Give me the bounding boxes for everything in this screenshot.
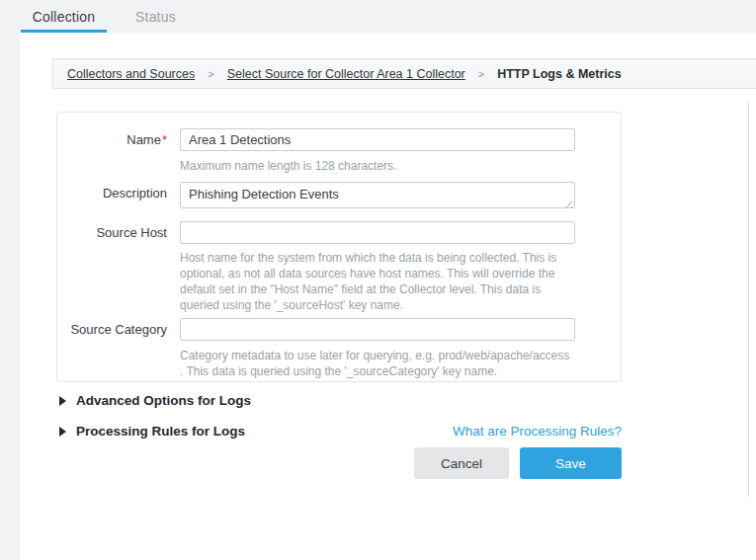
scrollbar-track-line bbox=[748, 102, 749, 497]
description-label: Description bbox=[57, 182, 167, 212]
collapsed-triangle-icon bbox=[59, 427, 66, 437]
breadcrumb-separator: > bbox=[478, 68, 484, 80]
what-are-processing-rules-link[interactable]: What are Processing Rules? bbox=[453, 424, 622, 439]
breadcrumb-select-source[interactable]: Select Source for Collector Area 1 Colle… bbox=[227, 67, 465, 81]
cancel-button[interactable]: Cancel bbox=[414, 447, 509, 479]
breadcrumb: Collectors and Sources > Select Source f… bbox=[52, 58, 756, 89]
source-config-form: Name* Maximum name length is 128 charact… bbox=[56, 112, 622, 382]
tab-collection[interactable]: Collection bbox=[21, 0, 107, 33]
collapsed-triangle-icon bbox=[59, 396, 66, 406]
source-category-input[interactable] bbox=[180, 318, 575, 341]
description-field-row: Description Phishing Detection Events bbox=[57, 182, 621, 212]
source-category-help-text: Category metadata to use later for query… bbox=[180, 348, 575, 379]
tab-status[interactable]: Status bbox=[135, 0, 176, 33]
description-textarea[interactable]: Phishing Detection Events bbox=[180, 182, 575, 208]
active-tab-underline bbox=[21, 30, 107, 33]
advanced-options-label: Advanced Options for Logs bbox=[76, 393, 251, 408]
processing-rules-toggle[interactable]: Processing Rules for Logs bbox=[59, 424, 245, 439]
source-host-field-row: Source Host Host name for the system fro… bbox=[57, 221, 621, 313]
tab-bar: Collection Status bbox=[0, 0, 756, 33]
form-action-buttons: Cancel Save bbox=[414, 447, 622, 479]
save-button[interactable]: Save bbox=[520, 447, 622, 479]
processing-rules-label: Processing Rules for Logs bbox=[76, 424, 245, 439]
breadcrumb-collectors-and-sources[interactable]: Collectors and Sources bbox=[67, 67, 195, 81]
source-host-label: Source Host bbox=[57, 221, 167, 313]
breadcrumb-current-page: HTTP Logs & Metrics bbox=[497, 67, 621, 81]
source-host-input[interactable] bbox=[180, 221, 575, 244]
advanced-options-toggle[interactable]: Advanced Options for Logs bbox=[59, 393, 251, 408]
name-label: Name* bbox=[57, 128, 167, 174]
tab-collection-label: Collection bbox=[33, 9, 95, 25]
source-category-label: Source Category bbox=[57, 318, 167, 379]
name-input[interactable] bbox=[180, 128, 575, 151]
breadcrumb-separator: > bbox=[208, 68, 213, 80]
required-asterisk: * bbox=[162, 132, 167, 147]
name-help-text: Maximum name length is 128 characters. bbox=[180, 158, 575, 174]
name-field-row: Name* Maximum name length is 128 charact… bbox=[57, 128, 621, 174]
tab-status-label: Status bbox=[135, 9, 176, 25]
source-host-help-text: Host name for the system from which the … bbox=[180, 250, 575, 313]
source-category-field-row: Source Category Category metadata to use… bbox=[57, 318, 621, 379]
